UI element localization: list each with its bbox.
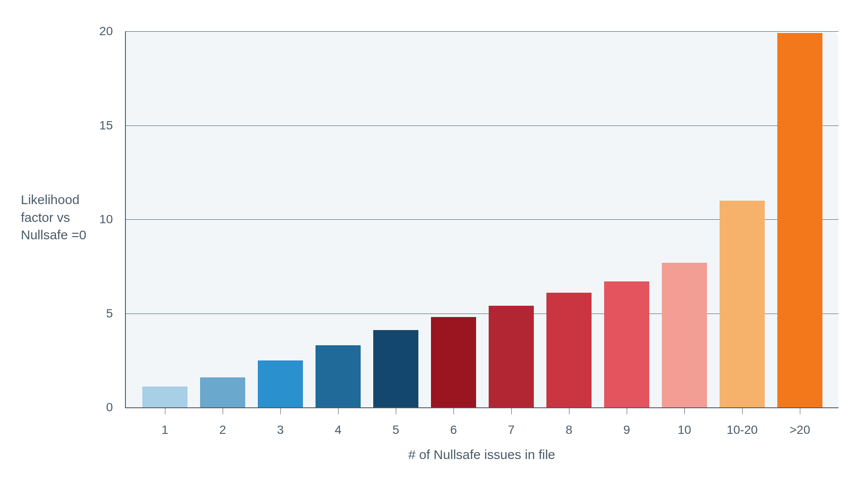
x-tick <box>684 407 685 414</box>
bar <box>316 345 361 407</box>
y-tick-label: 5 <box>0 307 113 320</box>
x-axis <box>125 407 838 408</box>
x-tick-label: 3 <box>277 423 284 437</box>
x-tick-label: 9 <box>623 423 630 437</box>
bar <box>373 330 418 407</box>
y-tick-label: 20 <box>0 24 113 38</box>
bars-layer <box>125 31 838 407</box>
x-tick-label: 7 <box>508 423 515 437</box>
x-tick <box>511 407 512 414</box>
x-tick-label: 4 <box>335 423 342 437</box>
bar <box>777 33 822 407</box>
bar <box>258 360 303 407</box>
x-tick <box>569 407 569 414</box>
x-tick <box>280 407 281 414</box>
bar <box>142 387 187 407</box>
x-tick-label: >20 <box>789 423 810 437</box>
bar <box>604 281 649 407</box>
x-tick <box>396 407 396 414</box>
bar <box>200 377 245 407</box>
bar <box>720 201 765 407</box>
x-axis-label: # of Nullsafe issues in file <box>408 447 556 462</box>
bar <box>662 263 707 407</box>
bar <box>546 293 592 407</box>
x-tick <box>165 407 165 414</box>
bar <box>431 317 476 407</box>
x-tick-label: 10 <box>677 423 691 437</box>
x-tick-label: 2 <box>219 423 226 437</box>
y-tick-label: 15 <box>0 119 113 132</box>
y-tick-label: 0 <box>0 400 113 414</box>
x-tick-label: 10-20 <box>727 423 758 437</box>
x-tick <box>454 407 454 414</box>
chart-container: 05101520 1234567891010-20>20 Likelihoodf… <box>0 0 868 489</box>
x-tick <box>338 407 339 414</box>
x-tick <box>800 407 800 414</box>
bar <box>489 306 534 407</box>
x-tick <box>627 407 627 414</box>
y-axis-label: Likelihoodfactor vsNullsafe =0 <box>21 191 86 244</box>
x-tick-label: 8 <box>566 423 572 437</box>
x-tick-label: 6 <box>450 423 457 437</box>
x-tick <box>223 407 223 414</box>
x-tick-label: 1 <box>161 423 168 437</box>
x-tick <box>742 407 743 414</box>
x-tick-label: 5 <box>392 423 399 437</box>
y-axis <box>125 31 126 407</box>
